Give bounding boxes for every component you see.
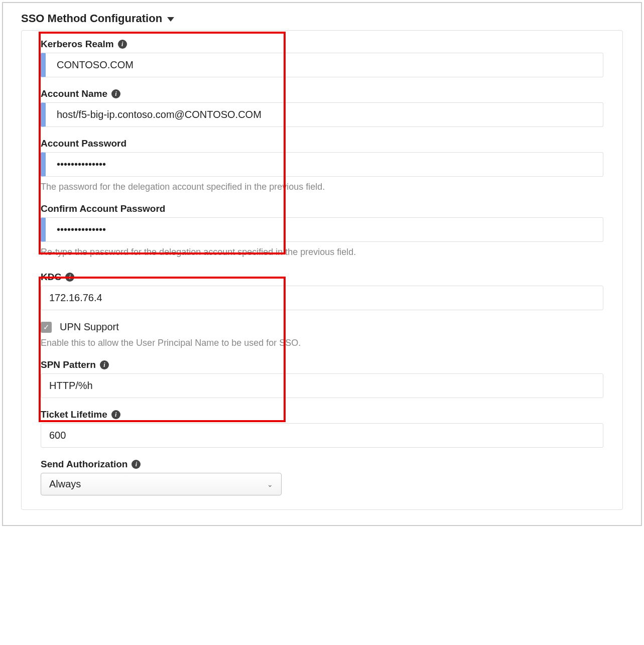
label-text: Account Password: [41, 138, 126, 149]
kerberos-realm-input[interactable]: [41, 53, 603, 77]
kdc-label: KDC i: [41, 272, 603, 283]
info-icon[interactable]: i: [118, 40, 127, 49]
label-text: Send Authorization: [41, 459, 127, 470]
field-send-authorization: Send Authorization i Always ⌄: [41, 459, 603, 495]
ticket-lifetime-input[interactable]: [41, 423, 603, 448]
info-icon[interactable]: i: [100, 360, 109, 369]
checkbox-checked-icon[interactable]: ✓: [41, 322, 52, 333]
account-name-label: Account Name i: [41, 88, 603, 99]
upn-checkbox-row[interactable]: ✓ UPN Support: [41, 321, 603, 333]
label-text: Account Name: [41, 88, 107, 99]
section-title: SSO Method Configuration: [21, 12, 162, 25]
field-upn-support: ✓ UPN Support Enable this to allow the U…: [41, 321, 603, 348]
account-password-help: The password for the delegation account …: [41, 182, 603, 192]
account-password-input[interactable]: [41, 152, 603, 177]
label-text: Kerberos Realm: [41, 39, 114, 50]
spn-pattern-label: SPN Pattern i: [41, 359, 603, 370]
send-authorization-label: Send Authorization i: [41, 459, 603, 470]
confirm-password-label: Confirm Account Password: [41, 203, 603, 214]
upn-label: UPN Support: [60, 321, 119, 333]
field-account-name: Account Name i: [41, 88, 603, 127]
info-icon[interactable]: i: [111, 89, 120, 98]
account-name-input[interactable]: [41, 102, 603, 127]
label-text: SPN Pattern: [41, 359, 96, 370]
section-header[interactable]: SSO Method Configuration: [21, 12, 623, 25]
kerberos-realm-label: Kerberos Realm i: [41, 39, 603, 50]
field-spn-pattern: SPN Pattern i: [41, 359, 603, 398]
spn-pattern-input[interactable]: [41, 373, 603, 398]
field-confirm-password: Confirm Account Password Re-type the pas…: [41, 203, 603, 257]
chevron-down-icon: ⌄: [267, 480, 273, 488]
confirm-password-help: Re-type the password for the delegation …: [41, 247, 603, 257]
field-kerberos-realm: Kerberos Realm i: [41, 39, 603, 77]
ticket-lifetime-label: Ticket Lifetime i: [41, 409, 603, 420]
info-icon[interactable]: i: [132, 460, 141, 469]
upn-help: Enable this to allow the User Principal …: [41, 338, 603, 348]
field-account-password: Account Password The password for the de…: [41, 138, 603, 192]
info-icon[interactable]: i: [65, 273, 74, 282]
account-password-label: Account Password: [41, 138, 603, 149]
field-ticket-lifetime: Ticket Lifetime i: [41, 409, 603, 448]
label-text: Confirm Account Password: [41, 203, 165, 214]
info-icon[interactable]: i: [111, 410, 120, 419]
send-authorization-select[interactable]: Always ⌄: [41, 473, 282, 495]
field-kdc: KDC i: [41, 272, 603, 310]
config-panel: Kerberos Realm i Account Name i Account …: [21, 30, 623, 510]
label-text: KDC: [41, 272, 61, 283]
config-panel-outer: SSO Method Configuration Kerberos Realm …: [2, 2, 642, 526]
confirm-password-input[interactable]: [41, 217, 603, 242]
select-value: Always: [49, 478, 81, 490]
label-text: Ticket Lifetime: [41, 409, 107, 420]
caret-down-icon: [167, 17, 174, 22]
kdc-input[interactable]: [41, 286, 603, 310]
